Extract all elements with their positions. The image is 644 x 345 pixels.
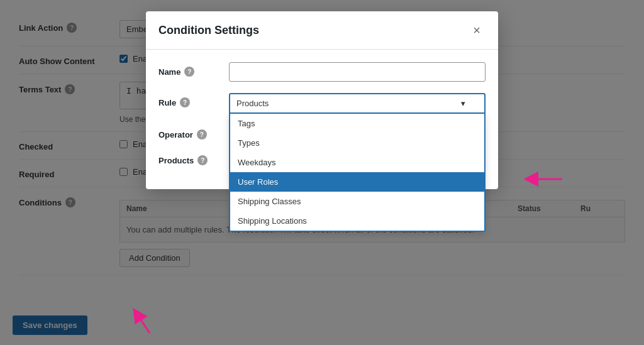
rule-option-tags[interactable]: Tags [230,114,484,133]
arrow-annotation-1 [525,167,569,192]
rule-option-weekdays[interactable]: Weekdays [230,153,484,172]
modal-products-help-icon[interactable]: ? [197,155,208,165]
modal-rule-row: Rule ? Products ▾ Tags Types Weekdays Us… [158,93,486,114]
rule-option-user-roles[interactable]: User Roles [230,172,484,192]
condition-settings-modal: Condition Settings × Name ? Rule ? [146,11,498,189]
rule-option-types[interactable]: Types [230,133,484,153]
modal-header: Condition Settings × [146,11,498,50]
modal-products-label: Products ? [158,151,221,165]
modal-name-help-icon[interactable]: ? [184,67,194,77]
modal-name-input[interactable] [229,62,486,82]
modal-title: Condition Settings [158,24,259,37]
modal-close-button[interactable]: × [468,21,486,39]
modal-operator-label: Operator ? [158,125,221,140]
modal-rule-help-icon[interactable]: ? [180,97,190,107]
rule-dropdown-list: Tags Types Weekdays User Roles Shipping … [229,114,486,232]
modal-name-row: Name ? [158,62,486,82]
rule-option-shipping-locations[interactable]: Shipping Locations [230,211,484,231]
modal-rule-label: Rule ? [158,93,221,107]
modal-name-label: Name ? [158,62,221,77]
modal-operator-help-icon[interactable]: ? [197,129,207,140]
modal-body: Name ? Rule ? Products ▾ Tags [146,50,498,189]
rule-select-button[interactable]: Products ▾ [229,93,486,114]
modal-overlay: Condition Settings × Name ? Rule ? [0,0,644,345]
rule-dropdown-wrapper: Products ▾ Tags Types Weekdays User Role… [229,93,486,114]
rule-option-shipping-classes[interactable]: Shipping Classes [230,192,484,211]
arrow-annotation-2 [125,308,175,339]
